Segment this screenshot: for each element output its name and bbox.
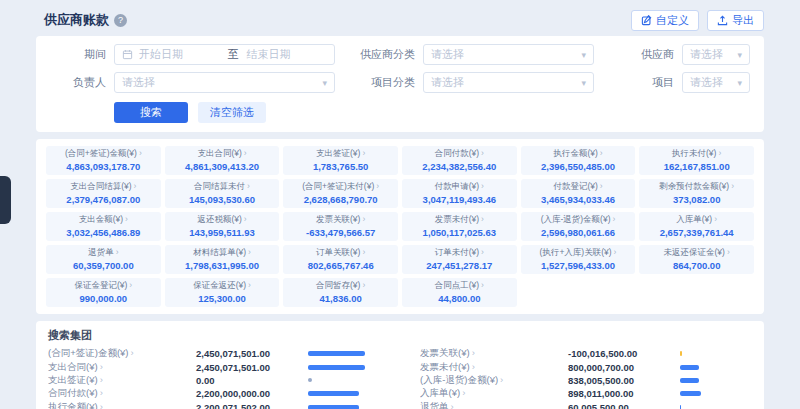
side-panel-handle[interactable] bbox=[0, 176, 11, 224]
breakdown-row: 支出签证(¥)›0.00 bbox=[48, 374, 380, 387]
chevron-right-icon: › bbox=[376, 181, 379, 191]
breakdown-column-right: 发票关联(¥)›-100,016,500.00发票未付(¥)›800,000,7… bbox=[420, 347, 752, 409]
owner-placeholder: 请选择 bbox=[122, 75, 322, 90]
chevron-right-icon: › bbox=[362, 247, 365, 257]
metric-card[interactable]: 材料结算单(¥)›1,798,631,995.00 bbox=[165, 245, 280, 274]
metric-card[interactable]: 订单未付(¥)›247,451,278.17 bbox=[402, 245, 517, 274]
metric-card[interactable]: 退货单›60,359,700.00 bbox=[46, 245, 161, 274]
chevron-right-icon: › bbox=[727, 247, 730, 257]
chevron-right-icon: › bbox=[244, 148, 247, 158]
breakdown-bar bbox=[308, 405, 359, 409]
breakdown-label[interactable]: 执行金额(¥)› bbox=[48, 401, 196, 409]
metric-value: 2,234,382,556.40 bbox=[404, 161, 515, 172]
metric-card[interactable]: 合同结算未付›145,093,530.60 bbox=[165, 179, 280, 208]
breakdown-value: 60,005,500.00 bbox=[568, 402, 680, 409]
breakdown-value: 800,000,700.00 bbox=[568, 362, 680, 373]
calendar-icon bbox=[122, 49, 133, 60]
metric-card[interactable]: (合同+签证)未付(¥)›2,628,668,790.70 bbox=[283, 179, 398, 208]
breakdown-label[interactable]: 支出合同(¥)› bbox=[48, 361, 196, 374]
search-button[interactable]: 搜索 bbox=[114, 102, 188, 123]
breakdown-label[interactable]: 发票未付(¥)› bbox=[420, 361, 568, 374]
breakdown-bar bbox=[680, 405, 681, 409]
project-category-select[interactable]: 请选择 ▾ bbox=[423, 72, 594, 93]
metric-value: 1,783,765.50 bbox=[285, 161, 396, 172]
metric-card[interactable]: 入库单(¥)›2,657,339,761.44 bbox=[639, 212, 754, 241]
breakdown-label[interactable]: 发票关联(¥)› bbox=[420, 347, 568, 360]
metric-value: 2,657,339,761.44 bbox=[641, 227, 752, 238]
export-button[interactable]: 导出 bbox=[707, 10, 764, 31]
metric-card[interactable]: 未返还保证金(¥)›864,700.00 bbox=[639, 245, 754, 274]
metric-card[interactable]: 保证金返还(¥)›125,300.00 bbox=[165, 278, 280, 307]
breakdown-label[interactable]: (入库-退货)金额(¥)› bbox=[420, 374, 568, 387]
clear-filters-button[interactable]: 清空筛选 bbox=[198, 102, 266, 123]
chevron-right-icon: › bbox=[116, 247, 119, 257]
metric-value: 3,047,119,493.46 bbox=[404, 194, 515, 205]
breakdown-label[interactable]: 合同付款(¥)› bbox=[48, 387, 196, 400]
metric-label: 未返还保证金(¥)› bbox=[641, 247, 752, 259]
chevron-right-icon: › bbox=[462, 387, 465, 398]
help-icon[interactable]: ? bbox=[114, 14, 127, 27]
metric-card[interactable]: 合同点工(¥)›44,800.00 bbox=[402, 278, 517, 307]
page-header: 供应商账款 ? 自定义 导出 bbox=[36, 7, 764, 33]
breakdown-row: (合同+签证)金额(¥)›2,450,071,501.00 bbox=[48, 347, 380, 360]
chevron-right-icon: › bbox=[362, 214, 365, 224]
metric-card[interactable]: (入库-退货)金额(¥)›2,596,980,061.66 bbox=[521, 212, 636, 241]
breakdown-value: 2,200,071,502.00 bbox=[196, 402, 308, 409]
metric-card[interactable]: 合同付款(¥)›2,234,382,556.40 bbox=[402, 146, 517, 175]
metric-card[interactable]: (合同+签证)金额(¥)›4,863,093,178.70 bbox=[46, 146, 161, 175]
project-select[interactable]: 请选择 ▾ bbox=[682, 72, 750, 93]
metric-card[interactable]: 执行金额(¥)›2,396,550,485.00 bbox=[521, 146, 636, 175]
export-icon bbox=[717, 15, 728, 26]
metric-label: 保证金返还(¥)› bbox=[167, 280, 278, 292]
breakdown-bar-track bbox=[680, 374, 752, 387]
breakdown-value: 2,450,071,501.00 bbox=[196, 362, 308, 373]
metric-card[interactable]: 返还税额(¥)›143,959,511.93 bbox=[165, 212, 280, 241]
export-label: 导出 bbox=[732, 13, 754, 28]
metric-label: 订单关联(¥)› bbox=[285, 247, 396, 259]
chevron-down-icon: ▾ bbox=[581, 78, 586, 88]
metric-card[interactable]: 支出合同结算(¥)›2,379,476,087.00 bbox=[46, 179, 161, 208]
metric-card[interactable]: 支出合同(¥)›4,861,309,413.20 bbox=[165, 146, 280, 175]
metric-label: 执行金额(¥)› bbox=[523, 148, 634, 160]
metric-card[interactable]: 订单关联(¥)›802,665,767.46 bbox=[283, 245, 398, 274]
breakdown-row: 支出合同(¥)›2,450,071,501.00 bbox=[48, 360, 380, 373]
date-range-separator: 至 bbox=[220, 47, 247, 62]
metric-card[interactable]: 发票未付(¥)›1,050,117,025.63 bbox=[402, 212, 517, 241]
metric-label: 退货单› bbox=[48, 247, 159, 259]
filter-supplier: 供应商 请选择 ▾ bbox=[618, 44, 750, 65]
metric-card[interactable]: 合同暂存(¥)›41,836.00 bbox=[283, 278, 398, 307]
owner-select[interactable]: 请选择 ▾ bbox=[114, 72, 335, 93]
breakdown-row: 发票关联(¥)›-100,016,500.00 bbox=[420, 347, 752, 360]
date-range-picker[interactable]: 开始日期 至 结束日期 bbox=[114, 44, 335, 65]
metric-card[interactable]: 剩余预付款金额(¥)›373,082.00 bbox=[639, 179, 754, 208]
supplier-select[interactable]: 请选择 ▾ bbox=[682, 44, 750, 65]
metric-card[interactable]: 保证金登记(¥)›990,000.00 bbox=[46, 278, 161, 307]
metric-value: 2,628,668,790.70 bbox=[285, 194, 396, 205]
metric-value: 864,700.00 bbox=[641, 260, 752, 271]
customize-button[interactable]: 自定义 bbox=[631, 10, 699, 31]
metric-card[interactable]: (执行+入库)关联(¥)›1,527,596,433.00 bbox=[521, 245, 636, 274]
filter-project: 项目 请选择 ▾ bbox=[618, 72, 750, 93]
breakdown-value: 2,200,000,000.00 bbox=[196, 388, 308, 399]
chevron-down-icon: ▾ bbox=[737, 50, 742, 60]
metric-card[interactable]: 发票关联(¥)›-633,479,566.57 bbox=[283, 212, 398, 241]
chevron-right-icon: › bbox=[714, 214, 717, 224]
breakdown-label[interactable]: 入库单(¥)› bbox=[420, 387, 568, 400]
metric-value: 802,665,767.46 bbox=[285, 260, 396, 271]
metric-card[interactable]: 付款申请(¥)›3,047,119,493.46 bbox=[402, 179, 517, 208]
supplier-category-select[interactable]: 请选择 ▾ bbox=[423, 44, 594, 65]
breakdown-label[interactable]: 支出签证(¥)› bbox=[48, 374, 196, 387]
chevron-right-icon: › bbox=[731, 181, 734, 191]
filter-owner: 负责人 请选择 ▾ bbox=[50, 72, 335, 93]
breakdown-label[interactable]: 退货单› bbox=[420, 401, 568, 409]
metric-card[interactable]: 执行未付(¥)›162,167,851.00 bbox=[639, 146, 754, 175]
breakdown-bar-track bbox=[308, 360, 380, 373]
breakdown-bar-track bbox=[680, 347, 752, 360]
chevron-right-icon: › bbox=[481, 181, 484, 191]
breakdown-label[interactable]: (合同+签证)金额(¥)› bbox=[48, 347, 196, 360]
filter-owner-label: 负责人 bbox=[50, 75, 106, 90]
metric-card[interactable]: 支出金额(¥)›3,032,456,486.89 bbox=[46, 212, 161, 241]
metric-card[interactable]: 付款登记(¥)›3,465,934,033.46 bbox=[521, 179, 636, 208]
metric-card[interactable]: 支出签证(¥)›1,783,765.50 bbox=[283, 146, 398, 175]
breakdown-bar bbox=[308, 391, 359, 396]
